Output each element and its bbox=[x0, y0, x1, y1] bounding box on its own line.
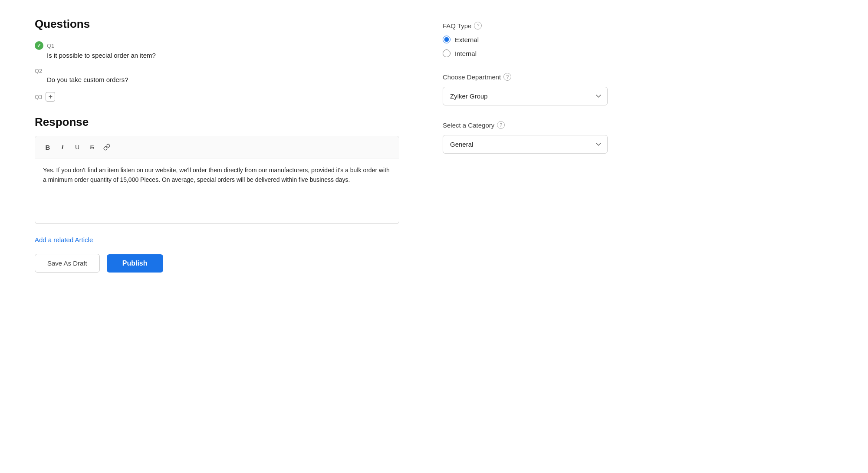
department-label: Choose Department ? bbox=[443, 73, 608, 81]
q1-label: Q1 bbox=[47, 43, 54, 49]
radio-external[interactable]: External bbox=[443, 36, 608, 43]
faq-type-radio-group: External Internal bbox=[443, 36, 608, 57]
editor-toolbar: B I U S bbox=[35, 136, 399, 158]
publish-button[interactable]: Publish bbox=[107, 254, 163, 273]
radio-external-label: External bbox=[455, 36, 479, 43]
faq-type-section: FAQ Type ? External Internal bbox=[443, 22, 608, 57]
response-section: Response B I U S Yes. If you don't find … bbox=[35, 115, 399, 224]
category-help-icon[interactable]: ? bbox=[497, 121, 505, 129]
department-help-icon[interactable]: ? bbox=[503, 73, 511, 81]
add-question-button[interactable]: + bbox=[46, 92, 55, 102]
question-item-1: Q1 Is it possible to special order an it… bbox=[35, 41, 399, 59]
response-content[interactable]: Yes. If you don't find an item listen on… bbox=[35, 158, 399, 223]
q2-text: Do you take custom orders? bbox=[47, 76, 399, 83]
radio-internal-input[interactable] bbox=[443, 49, 450, 57]
q3-label: Q3 bbox=[35, 94, 42, 100]
add-article-link[interactable]: Add a related Article bbox=[35, 236, 93, 243]
action-buttons: Save As Draft Publish bbox=[35, 254, 399, 273]
radio-internal-label: Internal bbox=[455, 50, 477, 57]
question-header-1: Q1 bbox=[35, 41, 399, 50]
radio-external-input[interactable] bbox=[443, 36, 450, 43]
category-select[interactable]: General Sales Support bbox=[443, 135, 608, 154]
category-section: Select a Category ? General Sales Suppor… bbox=[443, 121, 608, 154]
link-button[interactable] bbox=[100, 141, 113, 154]
strikethrough-button[interactable]: S bbox=[85, 141, 99, 154]
q1-text: Is it possible to special order an item? bbox=[47, 52, 399, 59]
q1-check-icon bbox=[35, 41, 43, 50]
question-item-3: Q3 + bbox=[35, 92, 399, 102]
questions-list: Q1 Is it possible to special order an it… bbox=[35, 41, 399, 102]
bold-button[interactable]: B bbox=[41, 141, 54, 154]
category-label: Select a Category ? bbox=[443, 121, 608, 129]
questions-title: Questions bbox=[35, 17, 399, 31]
response-editor: B I U S Yes. If you don't find an item l… bbox=[35, 136, 399, 224]
faq-type-help-icon[interactable]: ? bbox=[474, 22, 482, 30]
faq-type-label: FAQ Type ? bbox=[443, 22, 608, 30]
radio-internal[interactable]: Internal bbox=[443, 49, 608, 57]
question-item-2: Q2 Do you take custom orders? bbox=[35, 68, 399, 83]
question-header-2: Q2 bbox=[35, 68, 399, 74]
department-select[interactable]: Zylker Group Other bbox=[443, 87, 608, 105]
response-title: Response bbox=[35, 115, 399, 129]
q2-label: Q2 bbox=[35, 68, 42, 74]
department-section: Choose Department ? Zylker Group Other bbox=[443, 73, 608, 105]
save-draft-button[interactable]: Save As Draft bbox=[35, 254, 100, 273]
italic-button[interactable]: I bbox=[56, 141, 69, 154]
question-header-3: Q3 + bbox=[35, 92, 399, 102]
underline-button[interactable]: U bbox=[71, 141, 84, 154]
